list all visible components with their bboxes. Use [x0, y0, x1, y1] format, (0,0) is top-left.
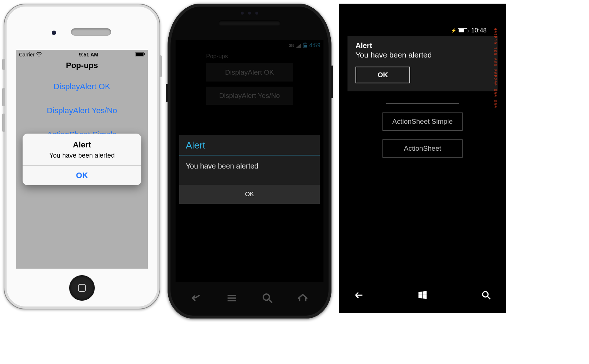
alert-message: You have been alerted — [356, 51, 490, 67]
winphone-device: ⚡ 10:48 Alert You have been alerted OK A… — [339, 4, 506, 313]
network-label: 3G — [289, 44, 294, 48]
alert-overlay: Alert You have been alerted OK — [16, 50, 148, 269]
front-camera-icon — [52, 31, 56, 35]
alert-title: Alert — [356, 41, 490, 51]
partially-obscured-button[interactable] — [386, 100, 459, 104]
alert-title: Alert — [179, 135, 320, 155]
svg-rect-5 — [304, 45, 307, 47]
device-body: 3G 4:59 Pop-ups DisplayAlert OK DisplayA… — [168, 4, 331, 318]
mute-switch — [2, 59, 5, 70]
battery-icon — [303, 43, 307, 49]
power-button — [159, 55, 162, 77]
display-alert-yesno-button[interactable]: DisplayAlert Yes/No — [206, 87, 293, 105]
sensor-cluster — [241, 12, 258, 15]
menu-icon[interactable] — [225, 292, 238, 306]
actionsheet-simple-button[interactable]: ActionSheet Simple — [382, 112, 463, 131]
display-alert-ok-button[interactable]: DisplayAlert OK — [206, 63, 293, 82]
alert-ok-button[interactable]: OK — [23, 166, 141, 185]
wp-nav-bar — [353, 287, 492, 305]
volume-down — [2, 114, 5, 132]
actionsheet-button[interactable]: ActionSheet — [382, 139, 463, 158]
home-icon — [78, 284, 86, 292]
alert-message: You have been alerted — [23, 152, 141, 165]
alert-message: You have been alerted — [179, 155, 320, 185]
alert-ok-button[interactable]: OK — [179, 185, 320, 204]
back-icon[interactable] — [353, 290, 364, 302]
search-icon[interactable] — [261, 292, 274, 306]
windows-icon[interactable] — [417, 290, 428, 302]
alert-title: Alert — [23, 134, 141, 152]
earpiece-speaker — [71, 28, 111, 36]
earpiece-speaker — [219, 20, 280, 25]
android-screen: 3G 4:59 Pop-ups DisplayAlert OK DisplayA… — [176, 40, 323, 282]
alert-dialog: Alert You have been alerted OK — [347, 36, 498, 91]
page-title: Pop-ups — [176, 51, 323, 63]
iphone-device: Carrier 9:51 AM Pop-ups DisplayAlert OK … — [4, 4, 160, 309]
volume-up — [2, 88, 5, 106]
alert-dialog: Alert You have been alerted OK — [23, 134, 141, 185]
home-button[interactable] — [69, 275, 95, 301]
clock: 10:48 — [471, 27, 487, 34]
home-icon[interactable] — [297, 292, 309, 306]
wp-screen: ⚡ 10:48 Alert You have been alerted OK A… — [347, 25, 498, 281]
svg-point-6 — [263, 294, 269, 300]
clock: 4:59 — [309, 42, 321, 49]
ios-screen: Carrier 9:51 AM Pop-ups DisplayAlert OK … — [16, 50, 148, 269]
background-buttons: ActionSheet Simple ActionSheet — [347, 100, 498, 158]
wp-status-bar: ⚡ 10:48 — [347, 25, 498, 36]
search-icon[interactable] — [481, 290, 492, 302]
battery-icon — [458, 28, 467, 33]
alert-ok-button[interactable]: OK — [356, 67, 410, 83]
signal-icon — [296, 43, 301, 49]
android-status-bar: 3G 4:59 — [176, 40, 323, 51]
frame-counter-overlay: H01E10 100 600 E0E200 000 000 — [491, 25, 498, 281]
alert-dialog: Alert You have been alerted OK — [179, 135, 320, 204]
android-nav-bar — [178, 288, 321, 310]
svg-point-7 — [483, 292, 488, 297]
charging-icon: ⚡ — [451, 28, 456, 33]
back-icon[interactable] — [190, 292, 203, 306]
android-device: 3G 4:59 Pop-ups DisplayAlert OK DisplayA… — [168, 4, 331, 318]
